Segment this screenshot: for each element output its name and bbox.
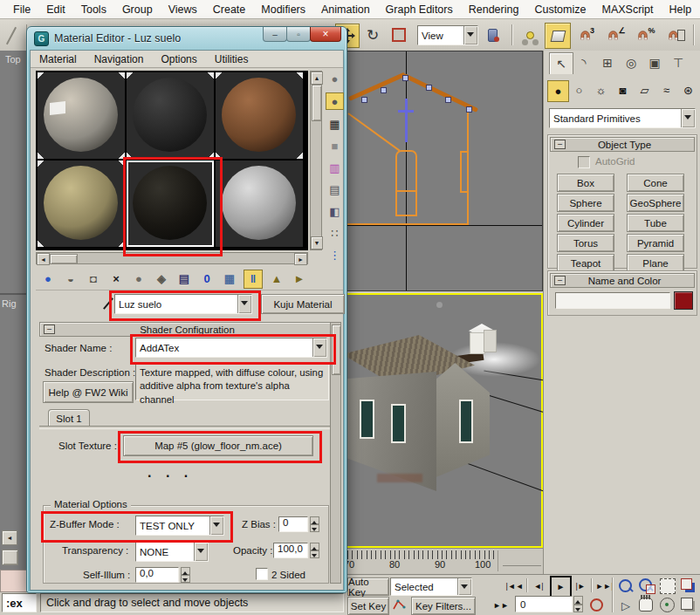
- menu-help[interactable]: Help: [662, 2, 700, 17]
- menu-group[interactable]: Group: [114, 2, 161, 17]
- modify-tab[interactable]: ◝: [573, 52, 595, 73]
- selection-set-dropdown[interactable]: Selected: [390, 577, 472, 596]
- slot-texture-button[interactable]: Map #5 (glow_floor_nm.ace): [123, 435, 313, 456]
- viewport-label-top[interactable]: Top: [5, 54, 21, 65]
- object-type-header[interactable]: – Object Type: [550, 137, 695, 152]
- object-button-teapot[interactable]: Teapot: [557, 254, 614, 272]
- two-sided-checkbox[interactable]: [256, 568, 268, 580]
- viewport-label-right[interactable]: Rig: [2, 298, 17, 309]
- key-mode-toggle-button[interactable]: ►►: [491, 597, 511, 613]
- sample-slot-6[interactable]: [216, 161, 303, 247]
- time-configuration-button[interactable]: [588, 597, 605, 612]
- zoom-extents-button[interactable]: [660, 578, 676, 594]
- menu-rendering[interactable]: Rendering: [461, 2, 527, 17]
- snaps-toggle-button[interactable]: [545, 23, 571, 49]
- close-button[interactable]: ×: [310, 27, 341, 42]
- display-tab[interactable]: ▣: [643, 52, 666, 73]
- zoom-all-button[interactable]: [638, 577, 655, 595]
- material-type-button[interactable]: Kuju Material: [261, 294, 345, 314]
- next-frame-button[interactable]: |►: [572, 577, 589, 594]
- opacity-spinner[interactable]: [310, 543, 319, 558]
- menu-customize[interactable]: Customize: [526, 2, 594, 17]
- put-material-to-scene-icon[interactable]: ◒: [62, 270, 79, 288]
- background-icon[interactable]: ▦: [326, 116, 343, 132]
- field-of-view-button[interactable]: ▷: [617, 597, 635, 614]
- mated-menu-material[interactable]: Material: [31, 52, 86, 66]
- menu-graph-editors[interactable]: Graph Editors: [378, 2, 461, 17]
- vertex-dot[interactable]: [381, 87, 387, 93]
- shader-name-dropdown[interactable]: AddATex: [135, 338, 327, 358]
- cameras-icon[interactable]: ◙: [613, 80, 633, 100]
- object-button-tube[interactable]: Tube: [627, 214, 684, 232]
- current-frame-field[interactable]: 0: [515, 596, 573, 612]
- lights-icon[interactable]: ☼: [591, 80, 611, 100]
- show-map-in-viewport-icon[interactable]: ▦: [221, 270, 238, 288]
- slots-vertical-scrollbar[interactable]: ▲ ▼: [310, 71, 322, 250]
- object-name-input[interactable]: [555, 292, 670, 309]
- make-preview-icon[interactable]: ▤: [326, 181, 343, 197]
- menu-modifiers[interactable]: Modifiers: [253, 2, 313, 17]
- object-button-cylinder[interactable]: Cylinder: [557, 214, 614, 232]
- assign-material-to-selection-icon[interactable]: ◘: [85, 270, 102, 288]
- mated-menu-utilities[interactable]: Utilities: [206, 52, 257, 66]
- opacity-field[interactable]: 100,0: [273, 543, 308, 558]
- key-filters-button[interactable]: Key Filters...: [411, 597, 476, 615]
- transparency-dropdown[interactable]: NONE: [135, 542, 209, 562]
- material-name-dropdown[interactable]: Luz suelo: [114, 294, 252, 314]
- hierarchy-tab[interactable]: ⊞: [596, 52, 619, 73]
- sample-slot-1[interactable]: [38, 72, 125, 159]
- name-color-header[interactable]: – Name and Color: [550, 273, 695, 288]
- spinner-snap-button[interactable]: [663, 24, 688, 46]
- chevron-down-icon[interactable]: [312, 338, 326, 357]
- object-button-pyramid[interactable]: Pyramid: [627, 234, 684, 252]
- helper-cube-side[interactable]: [484, 330, 497, 352]
- select-and-rotate-button[interactable]: ↻: [361, 24, 384, 46]
- chevron-down-icon[interactable]: [194, 543, 208, 561]
- scroll-right-icon[interactable]: ►: [294, 253, 307, 265]
- chevron-down-icon[interactable]: [681, 109, 695, 127]
- object-button-plane[interactable]: Plane: [627, 254, 684, 272]
- video-color-check-icon[interactable]: ▥: [326, 160, 343, 175]
- help-fw2-wiki-button[interactable]: Help @ FW2 Wiki: [43, 381, 134, 403]
- vertex-dot[interactable]: [426, 85, 432, 91]
- params-scrollbar[interactable]: [330, 322, 341, 584]
- min-max-toggle-button[interactable]: [681, 598, 693, 610]
- vertex-dot[interactable]: [361, 97, 367, 103]
- slots-horizontal-scrollbar[interactable]: ◄ ►: [36, 252, 308, 264]
- helpers-icon[interactable]: ▱: [635, 80, 655, 100]
- space-warps-icon[interactable]: ≈: [656, 80, 676, 100]
- object-color-swatch[interactable]: [674, 291, 693, 310]
- reference-coordinate-dropdown[interactable]: View: [417, 25, 478, 45]
- new-key-tangent-button[interactable]: [390, 597, 408, 613]
- use-pivot-point-center-button[interactable]: [482, 24, 504, 46]
- make-material-copy-icon[interactable]: ●: [130, 270, 148, 288]
- collapse-icon[interactable]: –: [44, 325, 55, 334]
- scroll-thumb[interactable]: [50, 254, 78, 264]
- utilities-tab[interactable]: ⊤: [667, 52, 690, 73]
- motion-tab[interactable]: ◎: [620, 52, 642, 73]
- category-dropdown[interactable]: Standard Primitives: [549, 108, 696, 128]
- viewport-left-strip[interactable]: Top Rig ◄: [0, 51, 28, 574]
- minimize-button[interactable]: –: [263, 27, 287, 42]
- sample-slot-2[interactable]: [127, 72, 214, 159]
- scroll-thumb[interactable]: [312, 85, 322, 121]
- select-icon[interactable]: [6, 27, 17, 44]
- chevron-down-icon[interactable]: [457, 578, 471, 595]
- object-button-cone[interactable]: Cone: [627, 174, 684, 192]
- object-button-torus[interactable]: Torus: [557, 234, 614, 252]
- menu-views[interactable]: Views: [161, 2, 205, 17]
- snap-toggle-3-button[interactable]: 3: [574, 24, 599, 46]
- pan-hand-button[interactable]: [639, 598, 653, 612]
- scroll-left-icon[interactable]: ◄: [37, 253, 50, 265]
- object-button-geosphere[interactable]: GeoSphere: [627, 194, 684, 212]
- collapse-icon[interactable]: –: [554, 140, 566, 149]
- vertex-dot[interactable]: [445, 97, 451, 103]
- make-unique-icon[interactable]: ◈: [153, 270, 170, 288]
- arc-rotate-button[interactable]: [660, 598, 675, 612]
- mated-menu-options[interactable]: Options: [152, 52, 205, 66]
- reset-map-icon[interactable]: ×: [107, 270, 125, 288]
- zbias-spinner[interactable]: [310, 516, 319, 532]
- menu-file[interactable]: File: [5, 2, 38, 17]
- chevron-down-icon[interactable]: [209, 516, 223, 535]
- vertex-dot[interactable]: [402, 75, 408, 81]
